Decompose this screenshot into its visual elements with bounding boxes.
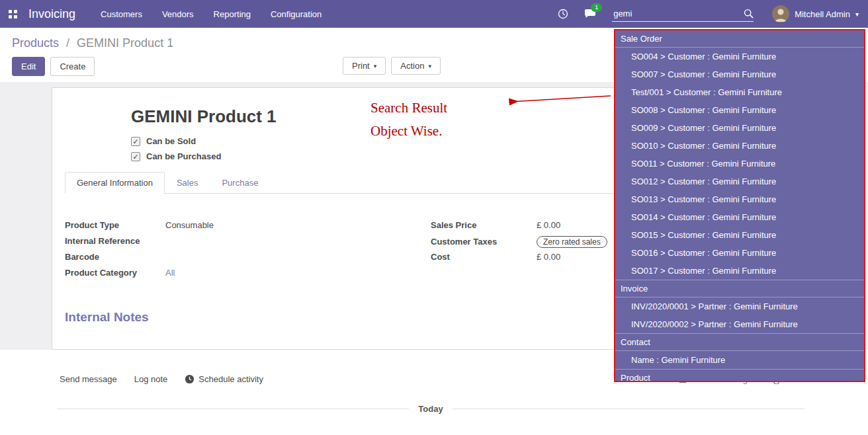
barcode-row: Barcode bbox=[65, 252, 431, 264]
user-name: Mitchell Admin bbox=[795, 9, 850, 19]
app-name[interactable]: Invoicing bbox=[28, 7, 75, 21]
breadcrumb-products-link[interactable]: Products bbox=[12, 36, 59, 50]
search-section-sale-order: Sale Order bbox=[615, 30, 864, 48]
product-type-value: Consumable bbox=[165, 220, 214, 230]
log-note-button[interactable]: Log note bbox=[134, 374, 168, 384]
nav-menu-item[interactable]: Configuration bbox=[271, 9, 322, 19]
message-count-badge: 1 bbox=[591, 3, 602, 12]
product-category-row: Product Category All bbox=[65, 268, 431, 280]
search-result-item[interactable]: SO007 > Customer : Gemini Furniture bbox=[615, 65, 864, 83]
search-result-item[interactable]: SO004 > Customer : Gemini Furniture bbox=[615, 48, 864, 65]
internal-reference-label: Internal Reference bbox=[65, 236, 165, 246]
schedule-activity-button[interactable]: Schedule activity bbox=[185, 374, 263, 384]
annotation-text: Search Result Object Wise. bbox=[370, 97, 447, 143]
contact-results: Name : Gemini Furniture bbox=[615, 351, 864, 369]
nav-menus: CustomersVendorsReportingConfiguration bbox=[101, 9, 322, 19]
search-result-item[interactable]: SO011 > Customer : Gemini Furniture bbox=[615, 155, 864, 173]
tab-general-information[interactable]: General Information bbox=[65, 172, 165, 194]
activities-button[interactable] bbox=[558, 9, 568, 19]
search-result-item[interactable]: SO015 > Customer : Gemini Furniture bbox=[615, 226, 864, 244]
search-results-dropdown: Sale Order SO004 > Customer : Gemini Fur… bbox=[614, 29, 865, 382]
annotation-line-1: Search Result bbox=[370, 97, 447, 120]
send-message-button[interactable]: Send message bbox=[60, 374, 117, 384]
search-result-item[interactable]: SO016 > Customer : Gemini Furniture bbox=[615, 244, 864, 262]
search-result-item[interactable]: SO017 > Customer : Gemini Furniture bbox=[615, 262, 864, 280]
search-result-item[interactable]: SO013 > Customer : Gemini Furniture bbox=[615, 190, 864, 208]
customer-taxes-tag: Zero rated sales bbox=[537, 236, 607, 248]
breadcrumb-current: GEMINI Product 1 bbox=[77, 36, 173, 50]
search-result-item[interactable]: Name : Gemini Furniture bbox=[615, 351, 864, 369]
today-divider: Today bbox=[57, 404, 804, 414]
annotation-line-2: Object Wise. bbox=[370, 120, 447, 143]
search-result-item[interactable]: SO012 > Customer : Gemini Furniture bbox=[615, 173, 864, 190]
print-dropdown-button[interactable]: Print ▾ bbox=[343, 57, 386, 75]
checkbox-checked-icon: ✓ bbox=[131, 137, 140, 146]
internal-reference-row: Internal Reference bbox=[65, 236, 431, 249]
action-dropdown-button[interactable]: Action ▾ bbox=[391, 57, 441, 75]
avatar bbox=[772, 5, 789, 22]
search-section-product: Product bbox=[615, 369, 864, 382]
action-label: Action bbox=[400, 61, 424, 71]
edit-button[interactable]: Edit bbox=[12, 57, 45, 76]
center-buttons: Print ▾ Action ▾ bbox=[343, 57, 441, 75]
annotation-arrow bbox=[499, 91, 615, 108]
barcode-label: Barcode bbox=[65, 252, 165, 262]
nav-menu-item[interactable]: Vendors bbox=[162, 9, 194, 19]
can-be-purchased-label: Can be Purchased bbox=[146, 151, 221, 161]
chevron-down-icon: ▾ bbox=[428, 63, 431, 69]
nav-menu-item[interactable]: Reporting bbox=[214, 9, 251, 19]
product-type-row: Product Type Consumable bbox=[65, 220, 431, 233]
top-navbar: Invoicing CustomersVendorsReportingConfi… bbox=[0, 0, 868, 28]
sales-price-label: Sales Price bbox=[431, 220, 537, 230]
product-category-value[interactable]: All bbox=[165, 268, 175, 278]
navbar-search bbox=[612, 6, 754, 22]
cost-label: Cost bbox=[431, 252, 537, 262]
search-result-item[interactable]: SO009 > Customer : Gemini Furniture bbox=[615, 119, 864, 137]
can-be-sold-label: Can be Sold bbox=[146, 136, 196, 146]
nav-menu-item[interactable]: Customers bbox=[101, 9, 142, 19]
search-result-item[interactable]: SO014 > Customer : Gemini Furniture bbox=[615, 208, 864, 226]
print-label: Print bbox=[352, 61, 370, 71]
schedule-clock-icon bbox=[185, 374, 195, 384]
schedule-activity-label: Schedule activity bbox=[198, 374, 263, 384]
invoice-results: INV/2020/0001 > Partner : Gemini Furnitu… bbox=[615, 297, 864, 333]
today-label: Today bbox=[418, 404, 443, 414]
search-section-invoice: Invoice bbox=[615, 280, 864, 297]
customer-taxes-label: Customer Taxes bbox=[431, 237, 537, 247]
divider-line bbox=[57, 409, 409, 409]
apps-menu-button[interactable] bbox=[8, 9, 18, 19]
search-result-item[interactable]: SO010 > Customer : Gemini Furniture bbox=[615, 137, 864, 155]
chevron-down-icon: ▾ bbox=[855, 11, 859, 18]
chevron-down-icon: ▾ bbox=[374, 63, 377, 69]
checkbox-checked-icon: ✓ bbox=[131, 152, 140, 161]
create-button[interactable]: Create bbox=[50, 57, 95, 76]
search-input[interactable] bbox=[612, 6, 744, 21]
divider-line bbox=[453, 409, 804, 409]
sale-order-results: SO004 > Customer : Gemini FurnitureSO007… bbox=[615, 48, 864, 280]
breadcrumb-separator: / bbox=[66, 36, 69, 50]
user-menu[interactable]: Mitchell Admin ▾ bbox=[772, 5, 859, 22]
search-section-contact: Contact bbox=[615, 333, 864, 351]
sales-price-value: £ 0.00 bbox=[537, 220, 560, 230]
product-type-label: Product Type bbox=[65, 220, 165, 230]
tab-purchase[interactable]: Purchase bbox=[210, 172, 270, 194]
fields-left-column: Product Type Consumable Internal Referen… bbox=[65, 220, 431, 284]
tab-sales[interactable]: Sales bbox=[165, 172, 210, 194]
product-category-label: Product Category bbox=[65, 268, 165, 278]
search-result-item[interactable]: INV/2020/0001 > Partner : Gemini Furnitu… bbox=[615, 297, 864, 315]
search-result-item[interactable]: INV/2020/0002 > Partner : Gemini Furnitu… bbox=[615, 315, 864, 333]
search-result-item[interactable]: Test/001 > Customer : Gemini Furniture bbox=[615, 83, 864, 101]
search-icon[interactable] bbox=[744, 9, 754, 19]
clock-icon bbox=[558, 9, 568, 19]
apps-grid-icon bbox=[8, 9, 18, 19]
screen: Invoicing CustomersVendorsReportingConfi… bbox=[0, 0, 868, 435]
search-result-item[interactable]: SO008 > Customer : Gemini Furniture bbox=[615, 101, 864, 119]
cost-value: £ 0.00 bbox=[537, 252, 560, 262]
messages-button[interactable]: 1 bbox=[584, 9, 596, 19]
